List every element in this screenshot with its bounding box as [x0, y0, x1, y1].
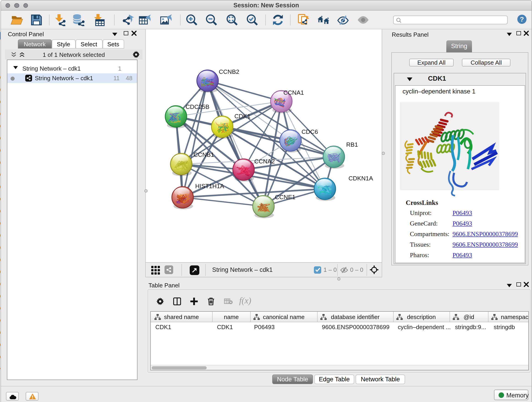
svg-text:RB1: RB1: [346, 141, 358, 148]
svg-text:CCNB2: CCNB2: [219, 68, 239, 75]
svg-text:CDKN1A: CDKN1A: [348, 175, 373, 182]
svg-text:HIST1H1A: HIST1H1A: [195, 183, 224, 190]
svg-text:CCNA2: CCNA2: [254, 158, 275, 165]
svg-text:CCNE1: CCNE1: [275, 194, 295, 201]
svg-text:CDK1: CDK1: [234, 113, 250, 120]
svg-text:CDC6: CDC6: [302, 128, 318, 135]
svg-text:CCNB1: CCNB1: [194, 151, 214, 158]
svg-text:CCNA1: CCNA1: [283, 89, 304, 96]
svg-text:CDC25B: CDC25B: [186, 103, 209, 110]
